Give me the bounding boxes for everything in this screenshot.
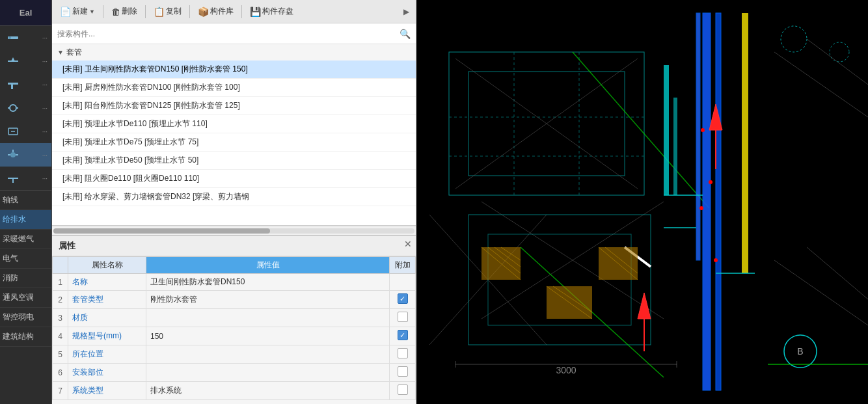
canvas-area[interactable]: 3000 — [416, 0, 868, 404]
list-item[interactable]: [未用] 阳台刚性防水套管DN125 [刚性防水套管 125] — [52, 97, 416, 115]
icon4-dots: ··· — [42, 105, 47, 112]
prop-name: 所在位置 — [68, 345, 146, 364]
sidebar-item-icon2[interactable]: ··· — [0, 49, 51, 73]
tree-arrow-icon: ▼ — [57, 49, 64, 56]
prop-value[interactable]: 排水系统 — [146, 382, 390, 400]
svg-marker-2 — [11, 57, 15, 61]
save-button[interactable]: 💾 构件存盘 — [246, 5, 297, 18]
table-row: 1名称卫生间刚性防水套管DN150 — [53, 274, 416, 291]
sidebar-item-hvac[interactable]: 采暖燃气 — [0, 230, 51, 249]
sidebar-item-structure[interactable]: 建筑结构 — [0, 327, 51, 347]
component-list[interactable]: ▼ 套管 [未用] 卫生间刚性防水套管DN150 [刚性防水套管 150] [未… — [52, 44, 416, 226]
sidebar-item-axis[interactable]: 轴线 — [0, 191, 51, 210]
list-item[interactable]: [未用] 给水穿梁、剪力墙钢套管DN32 [穿梁、剪力墙钢 — [52, 188, 416, 206]
prop-value[interactable]: 150 — [146, 327, 390, 345]
prop-checkbox[interactable] — [390, 274, 416, 291]
sidebar-item-drainage[interactable]: 给排水 — [0, 210, 51, 230]
sidebar-item-icon5[interactable]: ··· — [0, 120, 51, 143]
svg-rect-38 — [716, 13, 721, 390]
sidebar-item-icon4[interactable]: ··· — [0, 96, 51, 120]
list-item[interactable]: [未用] 预埋止水节De50 [预埋止水节 50] — [52, 152, 416, 170]
checkbox-checked-icon[interactable] — [398, 293, 408, 304]
sidebar-item-icon3[interactable]: ··· — [0, 73, 51, 96]
prop-checkbox[interactable] — [390, 382, 416, 400]
sep4 — [241, 5, 242, 18]
list-item[interactable]: [未用] 预埋止水节De110 [预埋止水节 110] — [52, 115, 416, 133]
sidebar-item-icon1[interactable]: ··· — [0, 26, 51, 49]
sidebar-item-smart[interactable]: 智控弱电 — [0, 308, 51, 327]
table-row: 4规格型号(mm)150 — [53, 327, 416, 345]
save-icon: 💾 — [250, 7, 261, 17]
table-row: 3材质 — [53, 309, 416, 327]
app-logo: Eal — [0, 0, 51, 26]
checkbox-empty-icon[interactable] — [398, 312, 408, 322]
yellow-pipe — [742, 13, 748, 273]
svg-rect-39 — [696, 13, 700, 260]
hscroll-bar[interactable] — [52, 226, 416, 235]
svg-rect-4 — [11, 85, 13, 89]
prop-name: 套管类型 — [68, 291, 146, 309]
pipe-icon — [4, 29, 22, 47]
delete-icon: 🗑 — [111, 7, 120, 17]
hscroll-thumb[interactable] — [53, 228, 270, 234]
list-item[interactable]: [未用] 预埋止水节De75 [预埋止水节 75] — [52, 133, 416, 152]
icon1-dots: ··· — [42, 34, 47, 42]
delete-button[interactable]: 🗑 删除 — [107, 5, 141, 18]
sidebar-item-fire[interactable]: 消防 — [0, 269, 51, 288]
svg-point-62 — [701, 128, 705, 132]
sidebar-item-icon7[interactable]: ··· — [0, 167, 51, 190]
checkbox-empty-icon[interactable] — [398, 366, 408, 377]
properties-panel: ✕ 属性 属性名称 属性值 附加 1名称卫生间刚性防水套管DN1502套管类型刚… — [52, 235, 416, 404]
sep2 — [145, 5, 146, 18]
table-row: 2套管类型刚性防水套管 — [53, 291, 416, 309]
prop-checkbox[interactable] — [390, 291, 416, 309]
prop-checkbox[interactable] — [390, 327, 416, 345]
prop-value[interactable] — [146, 345, 390, 364]
middle-panel: 📄 新建 ▼ 🗑 删除 📋 复制 📦 构件库 💾 构件存盘 ▶ 🔍 — [52, 0, 416, 404]
svg-rect-41 — [673, 98, 677, 195]
prop-value[interactable] — [146, 309, 390, 327]
new-button[interactable]: 📄 新建 ▼ — [56, 5, 99, 18]
svg-text:3000: 3000 — [556, 365, 576, 375]
list-item[interactable]: [未用] 阻火圈De110 [阻火圈De110 110] — [52, 170, 416, 188]
prop-checkbox[interactable] — [390, 309, 416, 327]
sidebar-item-electrical[interactable]: 电气 — [0, 249, 51, 269]
row-num: 5 — [53, 345, 68, 364]
prop-checkbox[interactable] — [390, 364, 416, 382]
checkbox-empty-icon[interactable] — [398, 384, 408, 395]
prop-name: 材质 — [68, 309, 146, 327]
checkbox-checked-icon[interactable] — [398, 330, 408, 340]
svg-rect-37 — [703, 13, 711, 390]
svg-point-5 — [10, 105, 16, 111]
cad-drawing: 3000 — [416, 0, 868, 404]
list-item[interactable]: [未用] 卫生间刚性防水套管DN150 [刚性防水套管 150] — [52, 61, 416, 79]
sidebar-item-ventilation[interactable]: 通风空调 — [0, 288, 51, 308]
prop-name: 安装部位 — [68, 364, 146, 382]
prop-value[interactable]: 刚性防水套管 — [146, 291, 390, 309]
toolbar-expand[interactable]: ▶ — [401, 6, 412, 18]
prop-value[interactable] — [146, 364, 390, 382]
svg-rect-40 — [664, 65, 669, 195]
copy-button[interactable]: 📋 复制 — [150, 5, 185, 18]
close-button[interactable]: ✕ — [404, 239, 412, 249]
checkbox-empty-icon[interactable] — [398, 348, 408, 358]
col-num — [53, 257, 68, 274]
properties-table: 属性名称 属性值 附加 1名称卫生间刚性防水套管DN1502套管类型刚性防水套管… — [52, 256, 416, 404]
fitting-icon — [4, 75, 22, 94]
search-input[interactable] — [57, 29, 400, 38]
row-num: 6 — [53, 364, 68, 382]
list-item[interactable]: [未用] 厨房刚性防水套管DN100 [刚性防水套管 100] — [52, 79, 416, 97]
row-num: 7 — [53, 382, 68, 400]
col-extra-header: 附加 — [390, 257, 416, 274]
row-num: 4 — [53, 327, 68, 345]
prop-value[interactable]: 卫生间刚性防水套管DN150 — [146, 274, 390, 291]
svg-point-63 — [709, 180, 712, 184]
sidebar-item-icon6[interactable]: ··· — [0, 143, 51, 167]
icon6-dots: ··· — [42, 152, 47, 159]
pump-icon — [4, 99, 22, 117]
sep3 — [189, 5, 190, 18]
prop-checkbox[interactable] — [390, 345, 416, 364]
left-sidebar: Eal ··· ··· ··· ··· — [0, 0, 52, 404]
library-button[interactable]: 📦 构件库 — [194, 5, 237, 18]
search-bar: 🔍 — [52, 23, 416, 44]
